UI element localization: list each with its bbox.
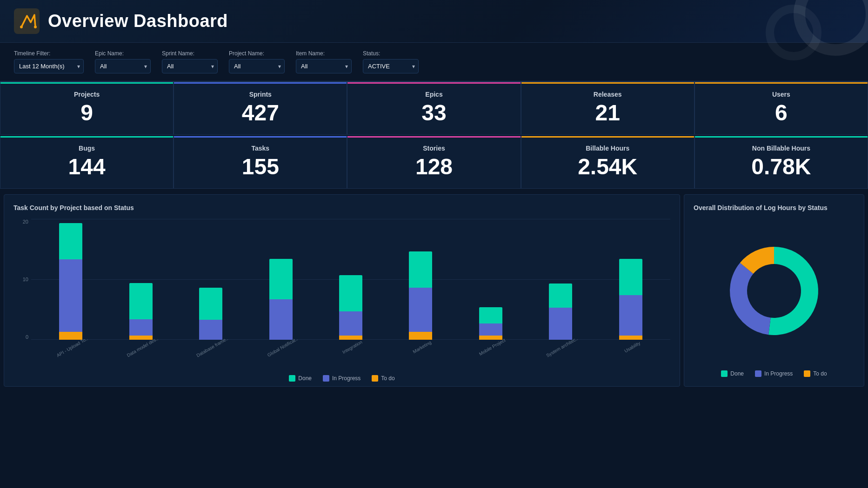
- bar-group: [192, 288, 229, 340]
- item-select-wrapper[interactable]: All: [296, 59, 352, 73]
- bar-group: [122, 283, 160, 340]
- stat-label: Users: [772, 91, 790, 98]
- project-select-wrapper[interactable]: All: [229, 59, 285, 73]
- donut-legend-item: In Progress: [755, 370, 793, 377]
- svg-point-2: [34, 26, 37, 28]
- project-filter-group: Project Name: All: [229, 50, 285, 73]
- donut-legend-item: Done: [721, 370, 744, 377]
- donut-legend-label: In Progress: [764, 370, 793, 377]
- bar-todo: [409, 332, 432, 340]
- legend-label: Done: [298, 375, 312, 382]
- legend-dot: [372, 375, 378, 382]
- stat-label: Bugs: [79, 145, 95, 152]
- donut-segment-in-progress: [730, 263, 771, 335]
- legend-item: In Progress: [323, 375, 361, 382]
- bar-chart-legend: Done In Progress To do: [13, 371, 670, 382]
- bar-group: [542, 284, 579, 340]
- stat-card-bugs: Bugs 144: [0, 136, 174, 189]
- bar-done: [409, 251, 432, 288]
- status-filter-group: Status: ACTIVE: [363, 50, 419, 73]
- stat-value: 2.54K: [578, 156, 637, 178]
- stat-card-projects: Projects 9: [0, 82, 174, 135]
- legend-dot: [323, 375, 329, 382]
- tool-icon: [14, 8, 40, 34]
- stat-value: 128: [415, 156, 453, 178]
- timeline-select[interactable]: Last 12 Month(s): [14, 59, 84, 73]
- timeline-select-wrapper[interactable]: Last 12 Month(s): [14, 59, 84, 73]
- donut-legend-label: To do: [813, 370, 827, 377]
- bar-stack: [339, 275, 362, 340]
- bar-done: [479, 307, 502, 323]
- bars-area: [31, 219, 670, 340]
- legend-dot: [804, 370, 810, 377]
- x-labels: API - Upload To..Data model des..Databas…: [31, 341, 670, 368]
- project-select[interactable]: All: [229, 59, 285, 73]
- stat-card-users: Users 6: [694, 82, 868, 135]
- bar-done: [619, 259, 642, 295]
- bar-done: [269, 259, 293, 299]
- bar-inprogress: [339, 311, 362, 336]
- stat-card-non-billable-hours: Non Billable Hours 0.78K: [694, 136, 868, 189]
- bar-group: [332, 275, 369, 340]
- bar-done: [339, 275, 362, 311]
- stat-value: 21: [595, 102, 620, 124]
- stat-label: Billable Hours: [586, 145, 629, 152]
- bar-inprogress: [59, 259, 82, 332]
- stat-label: Epics: [425, 91, 442, 98]
- stat-value: 155: [242, 156, 279, 178]
- bar-inprogress: [129, 319, 153, 336]
- stat-label: Releases: [594, 91, 622, 98]
- stats-row-2: Bugs 144 Tasks 155 Stories 128 Billable …: [0, 136, 868, 189]
- legend-dot: [755, 370, 761, 377]
- bar-stack: [549, 284, 572, 340]
- bar-inprogress: [479, 323, 502, 336]
- stat-value: 0.78K: [751, 156, 811, 178]
- bar-group: [472, 307, 509, 340]
- bar-stack: [479, 307, 502, 340]
- bar-chart-area: 01020 API - Upload To..Data model des..D…: [13, 219, 670, 368]
- bar-stack: [199, 288, 222, 340]
- donut-chart-container: Overall Distribution of Log Hours by Sta…: [684, 194, 864, 387]
- bar-stack: [129, 283, 153, 340]
- stat-label: Non Billable Hours: [752, 145, 810, 152]
- stat-value: 9: [80, 102, 93, 124]
- legend-label: To do: [381, 375, 394, 382]
- epic-select[interactable]: All: [95, 59, 151, 73]
- page-title: Overview Dashboard: [48, 11, 228, 31]
- stat-label: Projects: [74, 91, 100, 98]
- epic-select-wrapper[interactable]: All: [95, 59, 151, 73]
- donut-segment-done: [768, 247, 818, 335]
- stat-card-releases: Releases 21: [521, 82, 694, 135]
- stat-label: Tasks: [251, 145, 269, 152]
- stat-card-sprints: Sprints 427: [174, 82, 347, 135]
- header: Overview Dashboard: [0, 0, 868, 43]
- sprint-filter-group: Sprint Name: All: [162, 50, 218, 73]
- epic-filter-group: Epic Name: All: [95, 50, 151, 73]
- sprint-select[interactable]: All: [162, 59, 218, 73]
- epic-label: Epic Name:: [95, 50, 151, 57]
- stat-label: Stories: [423, 145, 445, 152]
- donut-legend: Done In Progress To do: [694, 367, 855, 377]
- donut-chart-title: Overall Distribution of Log Hours by Sta…: [694, 204, 855, 211]
- stat-value: 427: [242, 102, 279, 124]
- stat-value: 33: [421, 102, 446, 124]
- stat-label: Sprints: [249, 91, 272, 98]
- stat-value: 144: [68, 156, 106, 178]
- item-select[interactable]: All: [296, 59, 352, 73]
- bar-group: [52, 223, 89, 340]
- sprint-select-wrapper[interactable]: All: [162, 59, 218, 73]
- bar-inprogress: [199, 320, 222, 340]
- donut-legend-label: Done: [730, 370, 744, 377]
- bar-done: [59, 223, 82, 259]
- y-axis-label: 10: [23, 277, 28, 282]
- sprint-label: Sprint Name:: [162, 50, 218, 57]
- legend-label: In Progress: [332, 375, 361, 382]
- timeline-filter-group: Timeline Filter: Last 12 Month(s): [14, 50, 84, 73]
- svg-point-1: [20, 26, 23, 28]
- status-select[interactable]: ACTIVE: [363, 59, 419, 73]
- donut-svg: [718, 235, 830, 347]
- status-select-wrapper[interactable]: ACTIVE: [363, 59, 419, 73]
- bar-done: [129, 283, 153, 319]
- bar-chart-title: Task Count by Project based on Status: [13, 204, 670, 211]
- stats-row-1: Projects 9 Sprints 427 Epics 33 Releases…: [0, 81, 868, 135]
